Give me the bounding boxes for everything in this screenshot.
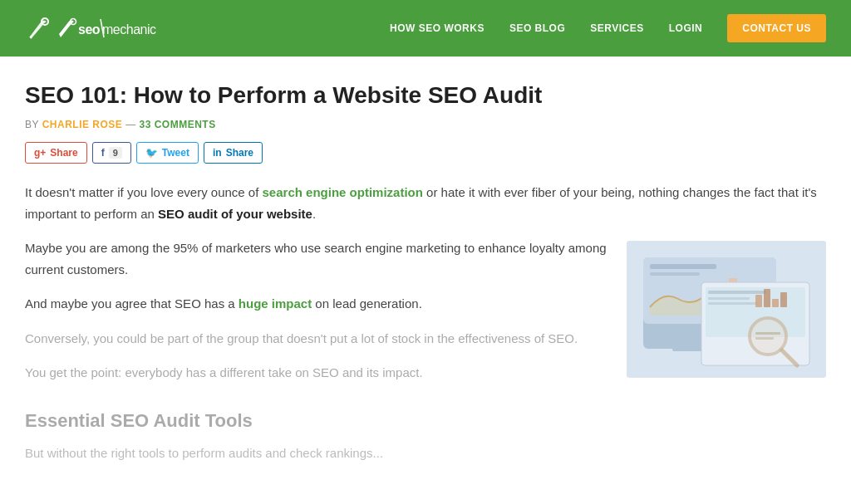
facebook-icon: f: [101, 147, 105, 159]
byline-separator: —: [125, 119, 139, 130]
faded-paragraph: But without the right tools to perform a…: [25, 443, 826, 464]
comments-count[interactable]: 33 COMMENTS: [140, 119, 216, 130]
svg-point-28: [751, 320, 785, 353]
section-heading: Essential SEO Audit Tools: [25, 405, 826, 436]
image-column: [627, 237, 826, 397]
bold-text: SEO audit of your website: [158, 207, 312, 221]
twitter-label: Tweet: [162, 147, 189, 159]
byline-prefix: BY: [25, 119, 39, 130]
contact-us-button[interactable]: CONTACT US: [727, 14, 826, 42]
twitter-icon: 🐦: [145, 147, 158, 159]
linkedin-icon: in: [213, 147, 222, 159]
svg-rect-25: [772, 299, 779, 307]
svg-rect-13: [650, 272, 700, 276]
nav-login[interactable]: LOGIN: [669, 22, 703, 34]
para3-start: And maybe you agree that SEO has a: [25, 296, 239, 311]
svg-rect-31: [755, 337, 774, 340]
svg-text:seo: seo: [78, 22, 101, 37]
para2: Maybe you are among the 95% of marketers…: [25, 237, 607, 280]
article-title: SEO 101: How to Perform a Website SEO Au…: [25, 81, 826, 110]
svg-rect-22: [708, 302, 758, 305]
logo[interactable]: seo mechanic: [25, 15, 163, 42]
svg-text:mechanic: mechanic: [102, 22, 156, 37]
svg-rect-21: [708, 297, 750, 300]
intro-end: .: [312, 207, 316, 221]
svg-rect-24: [764, 289, 770, 307]
svg-rect-12: [650, 264, 716, 269]
logo-svg: seo mechanic: [55, 16, 163, 41]
nav-seo-blog[interactable]: SEO BLOG: [509, 22, 565, 34]
article-image: [627, 241, 826, 378]
seo-link[interactable]: search engine optimization: [263, 185, 423, 199]
svg-rect-26: [780, 292, 787, 307]
gplus-share-button[interactable]: g+ Share: [25, 142, 87, 164]
author-name[interactable]: CHARLIE ROSE: [42, 119, 123, 130]
linkedin-share-button[interactable]: in Share: [204, 142, 263, 164]
huge-impact-link[interactable]: huge impact: [239, 296, 312, 311]
facebook-count: 9: [109, 147, 122, 159]
para5: You get the point: everybody has a diffe…: [25, 362, 607, 384]
facebook-share-button[interactable]: f 9: [92, 142, 131, 164]
main-nav: HOW SEO WORKS SEO BLOG SERVICES LOGIN CO…: [390, 14, 826, 42]
byline: BY CHARLIE ROSE — 33 COMMENTS: [25, 119, 826, 130]
article-body: It doesn't matter if you love every ounc…: [25, 182, 826, 463]
linkedin-label: Share: [226, 147, 253, 159]
svg-rect-20: [708, 291, 766, 294]
gplus-icon: g+: [34, 147, 46, 159]
gplus-label: Share: [50, 147, 77, 159]
logo-icon: [25, 15, 52, 42]
logo-text: seo mechanic: [55, 16, 163, 41]
intro-paragraph: It doesn't matter if you love every ounc…: [25, 182, 826, 224]
nav-how-seo-works[interactable]: HOW SEO WORKS: [390, 22, 485, 34]
social-buttons: g+ Share f 9 🐦 Tweet in Share: [25, 142, 826, 164]
intro-text-before: It doesn't matter if you love every ounc…: [25, 185, 263, 199]
two-column-section: Maybe you are among the 95% of marketers…: [25, 237, 826, 397]
svg-rect-23: [755, 295, 762, 307]
main-content: SEO 101: How to Perform a Website SEO Au…: [0, 57, 851, 494]
nav-services[interactable]: SERVICES: [590, 22, 643, 34]
svg-line-2: [30, 37, 32, 38]
para3-end: on lead generation.: [312, 296, 422, 311]
para4: Conversely, you could be part of the gro…: [25, 328, 607, 350]
twitter-share-button[interactable]: 🐦 Tweet: [136, 142, 199, 164]
para3: And maybe you agree that SEO has a huge …: [25, 293, 607, 315]
svg-rect-30: [755, 332, 780, 335]
text-column: Maybe you are among the 95% of marketers…: [25, 237, 607, 397]
